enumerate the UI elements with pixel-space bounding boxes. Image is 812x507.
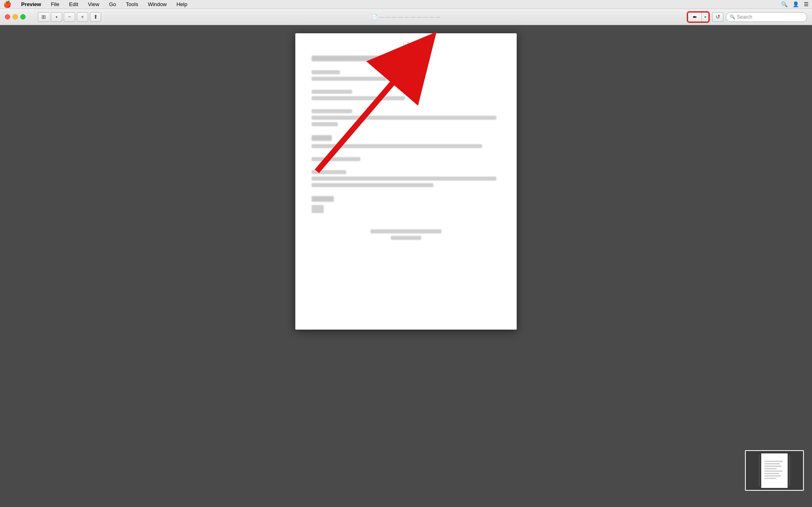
menu-view[interactable]: View — [87, 1, 101, 8]
pdf-page: 📄 — [295, 33, 517, 330]
share-button[interactable]: ⬆ — [90, 12, 101, 22]
search-field[interactable]: 🔍 Search — [726, 12, 807, 22]
menu-bar: 🍎 Preview File Edit View Go Tools Window… — [0, 0, 812, 9]
markup-btn-inner: ✒ ▾ — [688, 13, 708, 22]
doc-line — [312, 96, 405, 100]
doc-line — [312, 70, 340, 74]
menu-tools[interactable]: Tools — [124, 1, 140, 8]
doc-line — [312, 109, 352, 113]
title-text: — — — — — — — — — — — [379, 14, 440, 20]
doc-section-8 — [312, 196, 500, 213]
search-placeholder: Search — [737, 14, 752, 20]
zoom-out-icon: − — [68, 14, 71, 20]
doc-line — [312, 183, 433, 187]
markup-chevron-icon: ▾ — [704, 15, 706, 19]
doc-line — [312, 196, 334, 202]
rotate-icon: ↺ — [716, 14, 720, 20]
doc-section-7 — [312, 170, 500, 187]
doc-footer-line — [391, 236, 421, 240]
menu-help[interactable]: Help — [175, 1, 189, 8]
doc-line — [312, 116, 496, 120]
window-controls — [5, 14, 26, 19]
doc-section-1 — [312, 56, 500, 61]
minimize-button[interactable] — [13, 14, 18, 19]
menu-bar-right: 🔍 👤 ☰ — [781, 1, 809, 7]
doc-line — [312, 56, 393, 61]
document-area: 📄 — [0, 25, 812, 507]
doc-line — [312, 205, 324, 213]
thumbnail-page — [761, 453, 788, 488]
menu-bar-user-icon: 👤 — [793, 1, 799, 7]
toolbar-left-tools: ⊞ ▾ − + ⬆ — [38, 12, 101, 22]
doc-line — [312, 122, 338, 126]
doc-section-3 — [312, 90, 500, 100]
doc-line — [312, 177, 496, 181]
close-button[interactable] — [5, 14, 10, 19]
rotate-button[interactable]: ↺ — [712, 12, 723, 22]
doc-line — [312, 77, 387, 81]
zoom-in-icon: + — [81, 14, 84, 20]
menu-go[interactable]: Go — [107, 1, 117, 8]
doc-line — [312, 90, 352, 94]
doc-footer-line — [370, 229, 442, 233]
maximize-button[interactable] — [20, 14, 26, 19]
document-icon: 📄 — [372, 14, 378, 20]
menu-bar-control-center-icon[interactable]: ☰ — [804, 1, 809, 7]
toolbar-right: ✒ ▾ ↺ 🔍 Search — [687, 11, 807, 23]
doc-line — [312, 157, 360, 161]
doc-line — [312, 135, 332, 141]
menu-window[interactable]: Window — [146, 1, 168, 8]
search-icon: 🔍 — [730, 14, 735, 19]
markup-pen-button[interactable]: ✒ — [688, 13, 702, 22]
apple-menu-icon[interactable]: 🍎 — [3, 0, 11, 8]
thumbnail-content — [764, 461, 785, 480]
share-icon: ⬆ — [93, 14, 98, 20]
toolbar: ⊞ ▾ − + ⬆ 📄 — — — — — — — — — — ✒ ▾ — [0, 9, 812, 25]
doc-section-2 — [312, 70, 500, 81]
view-chevron-icon: ▾ — [56, 15, 58, 19]
markup-button-group: ✒ ▾ — [687, 11, 710, 23]
menu-bar-search-icon[interactable]: 🔍 — [781, 1, 788, 7]
menu-preview[interactable]: Preview — [19, 1, 43, 8]
doc-line — [312, 144, 482, 148]
menu-file[interactable]: File — [49, 1, 61, 8]
doc-section-6 — [312, 157, 500, 161]
main-area: 📄 — [0, 25, 812, 507]
view-toggle-button[interactable]: ⊞ — [38, 12, 49, 22]
document-title: 📄 — — — — — — — — — — — [372, 14, 440, 20]
view-chevron-button[interactable]: ▾ — [51, 12, 62, 22]
markup-chevron-button[interactable]: ▾ — [702, 13, 708, 22]
doc-line — [312, 170, 346, 174]
thumbnail-panel — [745, 450, 804, 491]
doc-top-icon: 📄 — [402, 42, 410, 49]
pen-icon: ✒ — [693, 14, 697, 20]
menu-edit[interactable]: Edit — [67, 1, 80, 8]
zoom-in-button[interactable]: + — [77, 12, 88, 22]
doc-footer — [312, 229, 500, 240]
doc-section-4 — [312, 109, 500, 126]
view-toggle-icon: ⊞ — [41, 14, 46, 20]
doc-section-5 — [312, 135, 500, 148]
zoom-out-button[interactable]: − — [64, 12, 75, 22]
